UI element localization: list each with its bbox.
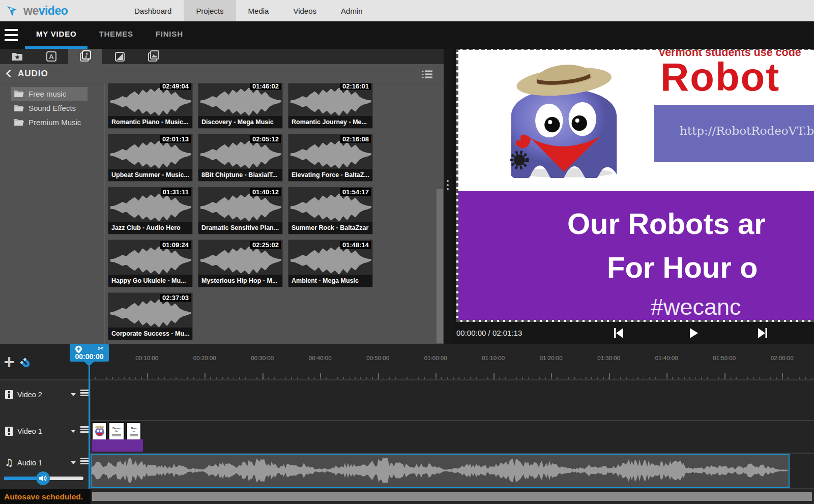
speaker-icon xyxy=(39,475,47,482)
text-icon[interactable]: A xyxy=(34,49,68,64)
clip-title: Ambient - Mega Music xyxy=(288,275,372,287)
top-nav-item[interactable]: Media xyxy=(236,0,281,21)
banner-line-3: #wecanc xyxy=(651,294,741,320)
audio-library-clip[interactable]: 02:01:13 Upbeat Summer - Music... xyxy=(108,134,193,182)
audio-clip-waveform xyxy=(92,455,788,486)
track-menu-icon[interactable] xyxy=(80,390,89,397)
timeline-audio-clip[interactable] xyxy=(91,454,790,488)
panel-splitter[interactable] xyxy=(444,49,453,344)
banner-line-2: For Hour o xyxy=(607,250,758,284)
editor-tab[interactable]: MY VIDEO xyxy=(25,21,88,49)
folder-item[interactable]: Sound Effects xyxy=(11,101,88,115)
top-nav-item[interactable]: Dashboard xyxy=(122,0,184,21)
ruler-label: 00:40:00 xyxy=(292,355,350,361)
back-chevron-icon[interactable] xyxy=(6,70,14,78)
robot-thumb xyxy=(93,423,106,438)
thumb-purple-block xyxy=(92,439,107,452)
audio-library-clip[interactable]: 02:16:08 Elevating Force - BaltaZ... xyxy=(288,134,373,182)
player-timecode: 00:00:00 / 02:01:13 xyxy=(456,329,522,337)
playhead-marker[interactable]: ✂ 00:00:00 xyxy=(70,344,109,362)
editor-navbar: MY VIDEO THEMES FINISH xyxy=(0,21,814,49)
snap-magnet-toggle[interactable] xyxy=(19,357,33,371)
track-menu-icon[interactable] xyxy=(80,458,89,465)
track-label: Audio 1 xyxy=(17,459,42,467)
split-scissors-icon[interactable]: ✂ xyxy=(98,344,104,352)
waveform-thumbnail xyxy=(110,193,191,222)
timeline-hscroll-thumb[interactable] xyxy=(92,492,812,501)
transitions-icon[interactable] xyxy=(102,49,136,64)
clip-title: Jazz Club - Audio Hero xyxy=(108,222,192,234)
track-caret-icon[interactable] xyxy=(71,393,76,396)
folder-item[interactable]: Premium Music xyxy=(11,115,88,129)
skip-to-start-button[interactable] xyxy=(612,327,625,339)
media-panel-scrollbar[interactable] xyxy=(437,189,443,343)
audio-library-clip[interactable]: 01:40:12 Dramatic Sensitive Pian... xyxy=(198,187,283,234)
ruler-label: 01:30:00 xyxy=(580,355,638,361)
audio-library-clip[interactable]: 02:37:03 Corporate Success - Mu... xyxy=(108,292,193,340)
video1-clips: Benso Sc Nam sc xyxy=(92,422,143,452)
favorites-folder-icon[interactable] xyxy=(0,49,34,64)
audio-library-clip[interactable]: 01:31:11 Jazz Club - Audio Hero xyxy=(108,187,193,234)
wevideo-logo[interactable]: wevideo xyxy=(5,4,68,18)
video-clip-thumbnail[interactable] xyxy=(92,422,107,452)
audio-library-clip[interactable]: 02:25:02 Mysterious Hip Hop - M... xyxy=(198,240,283,287)
clip-title: Dramatic Sensitive Pian... xyxy=(198,222,282,234)
top-nav-items: Dashboard Projects Media Videos Admin xyxy=(122,0,375,21)
waveform-thumbnail xyxy=(200,87,281,116)
track-divider xyxy=(0,420,814,421)
editor-tab[interactable]: THEMES xyxy=(88,21,144,49)
folder-icon xyxy=(14,118,24,126)
volume-slider-knob[interactable] xyxy=(36,471,50,485)
editor-tab[interactable]: FINISH xyxy=(144,21,194,49)
audio-library-clip[interactable]: 01:09:24 Happy Go Ukulele - Mu... xyxy=(108,240,193,287)
slide-url-box: http://RobotRodeoVT.b xyxy=(654,105,814,162)
audio-library-clip[interactable]: 02:05:12 8Bit Chiptune - BiaxialT... xyxy=(198,134,283,182)
top-nav-item[interactable]: Videos xyxy=(281,0,329,21)
folder-icon xyxy=(14,90,24,98)
add-track-button[interactable]: + xyxy=(3,356,16,369)
track-menu-icon[interactable] xyxy=(80,426,89,434)
timeline-hscroll-track[interactable] xyxy=(91,489,814,504)
waveform-thumbnail xyxy=(110,87,191,116)
audio-library-clip[interactable]: 01:48:14 Ambient - Mega Music xyxy=(288,240,373,287)
thumb-text: Sc xyxy=(109,430,124,432)
play-button[interactable] xyxy=(687,327,700,339)
audio-library-clip[interactable]: 02:16:01 Romantic Journey - Me... xyxy=(288,83,373,129)
clip-title: Discovery - Mega Music xyxy=(198,116,282,128)
track-caret-icon[interactable] xyxy=(71,461,76,464)
graphics-icon[interactable] xyxy=(136,49,170,64)
folder-item[interactable]: Free music xyxy=(11,87,88,101)
audio-library-clip[interactable]: 01:46:02 Discovery - Mega Music xyxy=(198,83,283,129)
video-preview-frame[interactable]: Vermont students use code Robot http://R… xyxy=(456,49,814,322)
list-view-icon[interactable] xyxy=(422,70,432,78)
slide-purple-banner: Our Robots ar For Hour o #wecanc xyxy=(456,191,814,322)
clip-duration: 02:37:03 xyxy=(160,294,191,302)
ruler-label: 00:30:00 xyxy=(234,355,292,361)
media-type-tabs: A ♪ xyxy=(0,49,444,64)
ruler-label: 00:10:00 xyxy=(118,355,176,361)
timeline-ruler[interactable]: 00:10:00 00:20:00 00:30:00 00:40:00 00:5… xyxy=(89,355,811,361)
audio-library-clip[interactable]: 02:49:04 Romantic Piano - Music... xyxy=(108,83,193,129)
waveform-thumbnail xyxy=(110,140,191,169)
hamburger-menu-icon[interactable] xyxy=(5,29,18,41)
clip-duration: 02:49:04 xyxy=(160,83,191,90)
top-nav-item[interactable]: Projects xyxy=(184,0,236,21)
video-track-icon xyxy=(5,390,14,400)
ruler-label: 01:00:00 xyxy=(407,355,465,361)
waveform-thumbnail xyxy=(110,246,191,275)
audio-folder-list: Free music Sound Effects Premium Music xyxy=(0,86,104,130)
playhead-line[interactable] xyxy=(89,366,90,489)
clip-title: Romantic Journey - Me... xyxy=(288,116,372,128)
skip-to-end-button[interactable] xyxy=(756,327,769,339)
banner-line-1: Our Robots ar xyxy=(567,206,766,241)
clip-duration: 02:25:02 xyxy=(250,241,281,249)
waveform-thumbnail xyxy=(290,87,371,116)
track-caret-icon[interactable] xyxy=(71,430,76,433)
track-label: Video 2 xyxy=(17,391,42,399)
audio-icon[interactable]: ♪ xyxy=(68,49,102,64)
audio-library-clip[interactable]: 01:54:17 Summer Rock - BaltaZzar xyxy=(288,187,373,234)
splitter-handle-icon xyxy=(447,180,449,192)
clip-title: 8Bit Chiptune - BiaxialT... xyxy=(198,169,282,181)
waveform-thumbnail xyxy=(200,140,281,169)
top-nav-item[interactable]: Admin xyxy=(329,0,375,21)
